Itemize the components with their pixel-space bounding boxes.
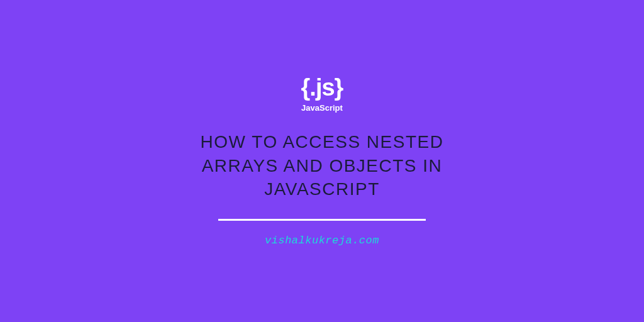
website-url: vishalkukreja.com	[265, 235, 379, 247]
logo-text: {.js}	[301, 75, 343, 99]
logo-subtitle: JavaScript	[301, 103, 343, 113]
javascript-logo: {.js} JavaScript	[301, 75, 343, 113]
article-title: HOW TO ACCESS NESTED ARRAYS AND OBJECTS …	[190, 130, 454, 201]
horizontal-divider	[218, 219, 426, 221]
